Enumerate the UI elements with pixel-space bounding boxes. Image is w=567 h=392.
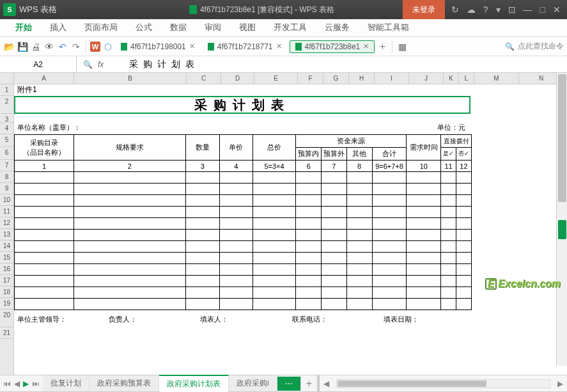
wps-badge[interactable]: W xyxy=(90,42,100,52)
cell[interactable] xyxy=(372,253,407,264)
cell[interactable] xyxy=(15,207,74,218)
menu-smart-tools[interactable]: 智能工具箱 xyxy=(359,19,418,36)
menu-data[interactable]: 数据 xyxy=(161,19,196,36)
row-header[interactable]: 4 xyxy=(0,123,13,134)
cell[interactable] xyxy=(372,172,407,184)
cell[interactable] xyxy=(185,287,220,299)
cell[interactable] xyxy=(74,184,185,195)
cloud-icon[interactable]: ☁ xyxy=(467,4,476,15)
cell[interactable] xyxy=(74,241,185,253)
login-button[interactable]: 未登录 xyxy=(403,0,445,19)
cell[interactable] xyxy=(252,264,296,276)
cell[interactable] xyxy=(322,184,347,195)
row-header[interactable]: 9 xyxy=(0,183,13,194)
th-yes[interactable]: 是✓ xyxy=(441,148,456,161)
cell[interactable] xyxy=(15,230,74,241)
sheet-tab-2[interactable]: 政府采购预算表 xyxy=(89,375,159,391)
index-cell[interactable]: 11 xyxy=(441,161,456,172)
menu-insert[interactable]: 插入 xyxy=(41,19,75,36)
save-icon[interactable]: 💾 xyxy=(17,41,28,52)
cell[interactable] xyxy=(74,264,185,276)
menu-start[interactable]: 开始 xyxy=(6,19,41,36)
row-header[interactable]: 20 xyxy=(0,310,13,327)
sig-responsible[interactable]: 负责人： xyxy=(105,315,197,324)
cell[interactable] xyxy=(15,287,74,299)
cell[interactable] xyxy=(220,195,253,207)
th-category[interactable]: 采购目录 （品目名称） xyxy=(15,135,74,161)
cell[interactable] xyxy=(296,230,322,241)
cell[interactable] xyxy=(441,172,456,184)
cell[interactable] xyxy=(15,184,74,195)
cell[interactable] xyxy=(74,299,185,310)
menu-page-layout[interactable]: 页面布局 xyxy=(75,19,127,36)
preview-icon[interactable]: 👁 xyxy=(43,41,55,52)
cell[interactable] xyxy=(407,253,441,264)
cell[interactable] xyxy=(252,195,296,207)
hscroll-thumb[interactable] xyxy=(338,380,486,387)
column-header[interactable]: J xyxy=(409,73,444,84)
th-spec[interactable]: 规格要求 xyxy=(74,135,185,161)
cell-unit-currency[interactable]: 单位：元 xyxy=(437,123,465,134)
cell[interactable] xyxy=(220,241,253,253)
index-cell[interactable]: 2 xyxy=(74,161,185,172)
cell[interactable] xyxy=(252,172,296,184)
column-header[interactable]: I xyxy=(375,73,409,84)
next-sheet-icon[interactable]: ▶ xyxy=(23,379,29,388)
row-header[interactable]: 2 xyxy=(0,96,13,114)
cell[interactable] xyxy=(346,264,372,276)
index-cell[interactable]: 4 xyxy=(220,161,253,172)
cell[interactable] xyxy=(296,287,322,299)
column-header[interactable]: E xyxy=(254,73,298,84)
cell[interactable] xyxy=(220,230,253,241)
cell[interactable] xyxy=(346,287,372,299)
index-cell[interactable]: 3 xyxy=(185,161,220,172)
cell[interactable] xyxy=(441,230,456,241)
row-header[interactable]: 18 xyxy=(0,286,13,298)
cell[interactable] xyxy=(252,299,296,310)
cell[interactable] xyxy=(322,299,347,310)
th-budget-in[interactable]: 预算内 xyxy=(296,148,322,161)
menu-dev-tools[interactable]: 开发工具 xyxy=(265,19,316,36)
cell[interactable] xyxy=(74,207,185,218)
cell[interactable] xyxy=(296,218,322,230)
cell-unit-name[interactable]: 单位名称（盖章）： xyxy=(14,123,81,134)
sig-phone[interactable]: 联系电话： xyxy=(289,315,380,324)
column-header[interactable]: C xyxy=(187,73,221,84)
cell[interactable] xyxy=(407,207,441,218)
close-icon[interactable]: ✕ xyxy=(553,4,561,15)
cell[interactable] xyxy=(372,195,407,207)
cell[interactable] xyxy=(15,195,74,207)
th-funding[interactable]: 资金来源 xyxy=(296,135,407,148)
cell[interactable] xyxy=(407,230,441,241)
cell[interactable] xyxy=(322,230,347,241)
cell-title[interactable]: 采购计划表 xyxy=(14,96,470,114)
search-fx-icon[interactable]: 🔍 xyxy=(83,60,93,69)
minimize-icon[interactable]: — xyxy=(524,4,532,15)
cell[interactable] xyxy=(74,287,185,299)
row-header[interactable]: 8 xyxy=(0,171,13,183)
row-header[interactable]: 14 xyxy=(0,240,13,252)
index-cell[interactable]: 12 xyxy=(456,161,471,172)
cell[interactable] xyxy=(441,207,456,218)
cell[interactable] xyxy=(185,241,220,253)
th-other[interactable]: 其他 xyxy=(346,148,372,161)
row-header[interactable]: 1 xyxy=(0,84,13,96)
cell[interactable] xyxy=(456,207,471,218)
cell[interactable] xyxy=(441,264,456,276)
sheet-tab-4[interactable]: 政府采购i xyxy=(229,375,277,391)
doc-tab-2[interactable]: 4f67f1b7218771 ✕ xyxy=(203,41,288,52)
close-icon[interactable]: ✕ xyxy=(363,42,369,51)
menu-review[interactable]: 审阅 xyxy=(196,19,230,36)
cell[interactable] xyxy=(322,195,347,207)
cell[interactable] xyxy=(220,299,253,310)
row-header[interactable]: 15 xyxy=(0,252,13,263)
cell[interactable] xyxy=(296,276,322,287)
cell[interactable] xyxy=(456,264,471,276)
cell[interactable] xyxy=(407,172,441,184)
th-subtotal[interactable]: 合计 xyxy=(372,148,407,161)
cell[interactable] xyxy=(407,195,441,207)
open-icon[interactable]: 📂 xyxy=(3,41,15,52)
refresh-icon[interactable]: ↻ xyxy=(451,4,459,15)
cell[interactable] xyxy=(372,287,407,299)
command-search[interactable]: 🔍 点此查找命令 xyxy=(505,41,564,52)
